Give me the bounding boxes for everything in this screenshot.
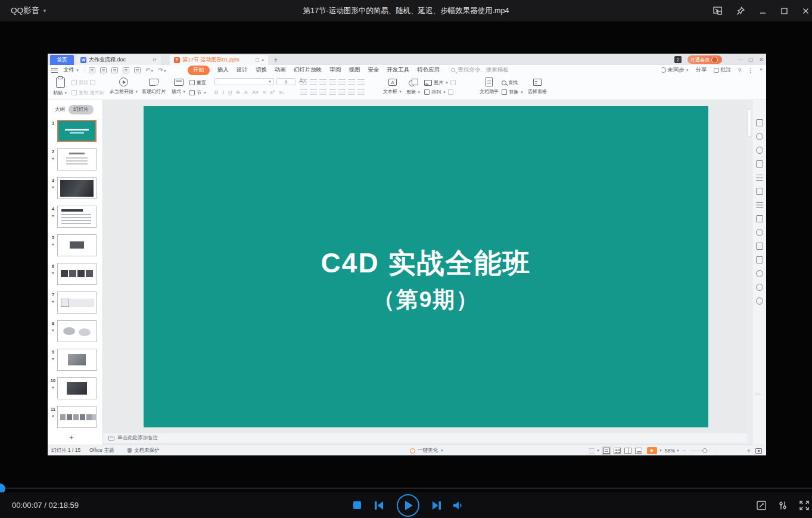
wps-doc-tab: W 大作业流程.doc ⟳ — [76, 55, 161, 65]
slide-sorter-view-icon — [614, 448, 621, 454]
slide-title-line1: C4D 实战全能班 — [321, 247, 531, 279]
theme-label: Office 主题 — [89, 445, 114, 455]
wps-menubar: 文件▼ ↶▼ ↷▼ 开始 插入 设计 切换 动画 幻灯片放映 审阅 视图 安全 … — [48, 65, 766, 75]
slide-thumbnail-5 — [57, 234, 97, 256]
pin-button[interactable] — [730, 0, 751, 21]
minimize-button[interactable] — [752, 0, 773, 21]
slide-thumbnail-panel: 大纲 幻灯片 1 2 ★ 3 ★ 4 ★ 5 ★ 6 — [48, 100, 103, 445]
app-menu[interactable]: QQ影音 ▼ — [11, 0, 47, 21]
volume-button[interactable] — [450, 492, 466, 518]
fullscreen-button[interactable] — [797, 492, 811, 518]
beautify-icon — [410, 448, 415, 454]
member-label: 开通会员 — [690, 57, 710, 63]
zoom-dot: · — [715, 445, 717, 455]
rail-properties-icon — [756, 119, 763, 126]
rail-animation-icon — [756, 133, 763, 140]
paste-icon — [56, 77, 65, 88]
slide-thumbnail-1 — [57, 120, 97, 142]
close-icon — [802, 7, 810, 15]
slide-thumb-row: 7 ★ — [48, 291, 103, 315]
slide-editing-area: C4D 实战全能班 （第9期） 单击此处添加备注 — [103, 100, 747, 445]
wps-window-in-video: 首页 W 大作业流程.doc ⟳ P 第17节 运动图形01.pptx ▢ • … — [48, 54, 766, 455]
font-size-input: 0 — [276, 78, 295, 85]
capture-button[interactable] — [754, 492, 769, 518]
ribbon-tab-design: 设计 — [237, 66, 248, 74]
slide-thumb-row: 11 ★ — [48, 406, 103, 430]
normal-view-icon — [603, 448, 610, 454]
play-button[interactable] — [397, 492, 419, 518]
pin-icon — [736, 7, 745, 15]
next-button[interactable] — [428, 492, 445, 518]
slide-thumb-row: 2 ★ — [48, 148, 103, 172]
stop-icon — [353, 501, 361, 509]
rail-share-icon — [756, 229, 763, 236]
notes-placeholder: 单击此处添加备注 — [117, 435, 158, 442]
slide-thumbnail-4 — [57, 206, 97, 228]
zoom-slider-knob — [702, 448, 707, 453]
preview-icon — [123, 67, 129, 73]
slide-thumbnail-2 — [57, 148, 97, 170]
slide-thumbnail-10 — [57, 377, 97, 399]
ribbon-tab-transition: 切换 — [256, 66, 267, 74]
ribbon-tab-special: 特色应用 — [417, 66, 440, 74]
seek-bar[interactable] — [0, 488, 812, 489]
app-name-label: QQ影音 — [11, 5, 39, 16]
more-menu-icon: ⋮ — [748, 67, 754, 73]
comment-icon — [714, 68, 719, 73]
notes-bar: 单击此处添加备注 — [103, 433, 747, 443]
close-button[interactable] — [795, 0, 812, 21]
zoom-level: 58%▼ — [665, 445, 680, 455]
ppt-tab-label: 第17节 运动图形01.pptx — [182, 56, 253, 64]
player-controlbar: 00:00:07 / 02:18:59 — [0, 492, 812, 518]
paste-button: 粘贴 ▼ — [52, 75, 68, 100]
history-icon — [134, 67, 141, 73]
slide-counter: 幻灯片 1 / 15 — [51, 445, 80, 455]
add-slide-button: + — [69, 433, 74, 442]
ribbon-tab-animation: 动画 — [275, 66, 286, 74]
wps-new-tab-button: + — [270, 55, 281, 65]
outline-tab: 大纲 — [55, 106, 65, 113]
beautify-button: 一键美化▼ — [410, 445, 444, 455]
slide-thumbnail-7 — [57, 291, 97, 314]
ribbon-tab-devtools: 开发工具 — [387, 66, 409, 74]
notes-toggle: ▼ — [589, 445, 600, 455]
picture-arrange-group: 图片▼ 排列▼ — [424, 75, 453, 100]
new-slide-button: 新建幻灯片 — [140, 75, 167, 100]
sync-icon — [661, 67, 666, 73]
find-icon — [502, 80, 506, 85]
slide-title-line2: （第9期） — [373, 285, 480, 315]
video-display[interactable]: 首页 W 大作业流程.doc ⟳ P 第17节 运动图形01.pptx ▢ • … — [0, 21, 812, 492]
ribbon-tab-security: 安全 — [368, 66, 379, 74]
doc-tab-label: 大作业流程.doc — [89, 56, 150, 64]
volume-icon — [452, 501, 464, 510]
wps-tabbar: 首页 W 大作业流程.doc ⟳ P 第17节 运动图形01.pptx ▢ • … — [48, 54, 766, 65]
rail-image-icon — [756, 256, 763, 263]
mini-mode-button[interactable] — [708, 0, 728, 21]
wps-close-icon: ✕ — [757, 55, 766, 64]
slide-thumbnail-9 — [57, 349, 97, 371]
rail-copy-icon — [756, 215, 763, 222]
slide-thumb-row: 6 ★ — [48, 263, 103, 287]
wps-statusbar: 幻灯片 1 / 15 Office 主题 文档未保护 一键美化▼ ▼ ▼ 58%… — [48, 445, 766, 455]
shapes-button: 形状 ▼ — [405, 75, 422, 100]
rail-align-icon — [756, 201, 763, 209]
rail-help-icon — [756, 297, 763, 305]
rail-grid-icon — [756, 174, 763, 181]
rail-keyboard-icon — [756, 243, 763, 250]
search-icon — [451, 68, 455, 72]
settings-button[interactable] — [776, 492, 790, 518]
layout-icon — [174, 79, 183, 86]
slideshow-button: ▼ — [647, 445, 662, 455]
play-from-current-icon — [119, 77, 128, 86]
scrollbar-thumb — [748, 108, 751, 137]
ppt-file-icon: P — [174, 57, 180, 63]
stop-button[interactable] — [349, 492, 365, 518]
wps-ribbon: 粘贴 ▼ 剪切 复制格式刷 从当前开始 ▼ 新建幻灯片 版式 ▼ 重置 节▼ ▼… — [48, 75, 766, 100]
notes-icon — [108, 436, 114, 441]
previous-button[interactable] — [371, 492, 387, 518]
reading-view-icon — [624, 448, 631, 454]
clipboard-group: 剪切 复制格式刷 — [71, 75, 107, 100]
export-icon — [100, 67, 107, 73]
maximize-button[interactable] — [774, 0, 794, 21]
member-pill: 开通会员 — [687, 55, 722, 64]
